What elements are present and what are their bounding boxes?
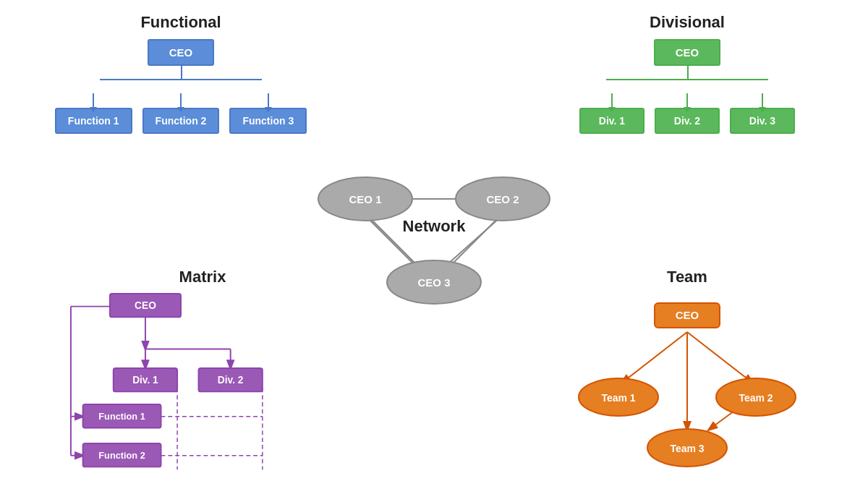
svg-text:Function 2: Function 2: [98, 450, 145, 461]
functional-line-2: [180, 93, 182, 108]
functional-ceo-row: CEO: [29, 39, 333, 66]
svg-text:Div. 2: Div. 2: [218, 375, 244, 386]
functional-title: Functional: [29, 13, 333, 32]
functional-section: Functional CEO Function 1 Function 2 Fun…: [29, 13, 333, 134]
divisional-line-3: [762, 93, 763, 108]
team-title: Team: [550, 268, 825, 286]
svg-text:Team 3: Team 3: [670, 443, 704, 454]
functional-child-1: Function 1: [55, 93, 132, 134]
divisional-title: Divisional: [535, 13, 839, 32]
functional-ceo-box: CEO: [148, 39, 215, 66]
svg-text:Team 1: Team 1: [601, 392, 635, 404]
svg-text:Function 1: Function 1: [98, 411, 145, 422]
matrix-svg: CEO Div. 1 Div. 2 Function 1 Function 2: [29, 292, 333, 480]
svg-text:CEO 2: CEO 2: [486, 193, 519, 205]
divisional-child-3: Div. 3: [730, 93, 795, 134]
svg-text:CEO 3: CEO 3: [417, 276, 450, 289]
functional-child-2: Function 2: [142, 93, 220, 134]
team-diagram: CEO Team 1 Team 2 Team 3: [550, 292, 825, 480]
svg-text:CEO: CEO: [676, 309, 699, 321]
divisional-ceo-row: CEO: [535, 39, 839, 66]
divisional-line-1: [611, 93, 613, 108]
team-svg: CEO Team 1 Team 2 Team 3: [550, 292, 825, 480]
svg-line-35: [622, 332, 687, 383]
matrix-diagram: CEO Div. 1 Div. 2 Function 1 Function 2: [29, 292, 333, 480]
svg-text:CEO: CEO: [135, 300, 156, 311]
functional-line-3: [268, 93, 269, 108]
divisional-connector: [535, 66, 839, 93]
svg-text:Team 2: Team 2: [739, 392, 773, 404]
matrix-section: Matrix: [29, 268, 376, 480]
functional-connector: [29, 66, 333, 93]
divisional-child-1: Div. 1: [579, 93, 644, 134]
svg-text:Div. 1: Div. 1: [132, 375, 158, 386]
svg-line-36: [687, 332, 752, 383]
functional-line-1: [93, 93, 94, 108]
divisional-section: Divisional CEO Div. 1 Div. 2 Div. 3: [535, 13, 839, 134]
svg-text:CEO 1: CEO 1: [349, 193, 381, 205]
divisional-child-2: Div. 2: [655, 93, 720, 134]
matrix-title: Matrix: [29, 268, 376, 286]
divisional-line-2: [686, 93, 688, 108]
functional-children: Function 1 Function 2 Function 3: [29, 93, 333, 134]
functional-child-3: Function 3: [229, 93, 307, 134]
team-section: Team CEO Team 1: [550, 268, 825, 480]
divisional-ceo-box: CEO: [654, 39, 721, 66]
divisional-children: Div. 1 Div. 2 Div. 3: [535, 93, 839, 134]
